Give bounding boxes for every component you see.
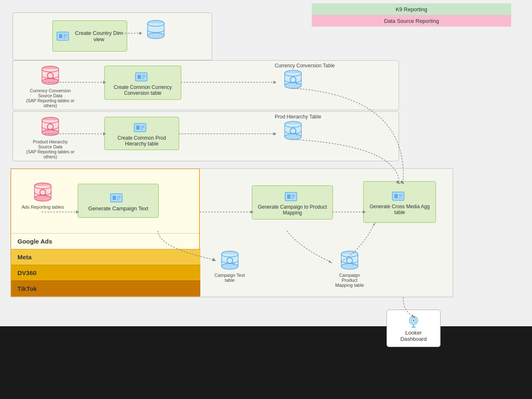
country-dim-db-output <box>146 19 166 41</box>
campaign-product-db: Campaign ProductMapping table <box>331 250 368 288</box>
looker-icon <box>406 315 421 330</box>
google-ads-label: Google Ads <box>11 233 200 249</box>
dv360-label: DV360 <box>11 265 200 281</box>
hologram-icon-1 <box>55 29 70 44</box>
row-country-dim: Create Country Dim view <box>12 12 212 60</box>
currency-output-db <box>283 69 303 91</box>
svg-rect-50 <box>399 194 402 197</box>
svg-rect-1 <box>59 34 62 38</box>
create-prod-hierarchy-box[interactable]: Create Common Prod Hierarchy table <box>104 117 179 150</box>
svg-rect-49 <box>394 194 398 198</box>
svg-rect-47 <box>292 198 293 199</box>
generate-campaign-text-box[interactable]: Generate Campaign Text <box>78 184 159 218</box>
svg-point-32 <box>285 134 301 140</box>
svg-point-18 <box>285 83 301 89</box>
ads-reporting-db: Ads Reporting tables <box>22 182 64 209</box>
svg-rect-29 <box>141 129 143 130</box>
svg-point-64 <box>413 320 415 322</box>
hologram-icon-5 <box>283 189 298 204</box>
svg-rect-27 <box>136 126 140 130</box>
hologram-icon-3 <box>133 120 148 135</box>
tiktok-label: TikTok <box>11 281 200 296</box>
svg-point-54 <box>222 264 238 269</box>
prod-output-icon <box>283 120 303 142</box>
generate-cross-media-box[interactable]: Generate Cross Media Agg table <box>363 181 436 223</box>
currency-output-icon <box>283 69 303 91</box>
hologram-icon-4 <box>109 190 124 205</box>
svg-rect-28 <box>141 126 144 128</box>
svg-rect-15 <box>142 78 144 79</box>
currency-table-label: Currency Conversion Table <box>275 63 335 69</box>
campaign-container: Ads Reporting tables Generate Campaign T… <box>10 168 453 297</box>
svg-rect-43 <box>117 199 119 200</box>
main-canvas: K9 Reporting Data Source Reporting Creat… <box>0 0 532 399</box>
hologram-icon-2 <box>134 69 149 84</box>
prod-source-icon <box>40 116 60 138</box>
platform-stack: Google Ads Meta DV360 TikTok <box>11 233 200 296</box>
svg-rect-45 <box>287 195 291 199</box>
datasource-reporting-banner: Data Source Reporting <box>312 15 511 27</box>
generate-campaign-mapping-box[interactable]: Generate Campaign to Product Mapping <box>252 185 333 219</box>
svg-point-23 <box>42 130 59 135</box>
svg-point-37 <box>34 195 51 201</box>
svg-rect-42 <box>117 196 121 198</box>
google-ads-box: Ads Reporting tables Generate Campaign T… <box>11 169 200 297</box>
svg-point-9 <box>42 79 59 84</box>
db-icon-svg <box>146 19 166 41</box>
svg-rect-14 <box>142 75 145 77</box>
prod-hierarchy-table-label: Prod Hierarchy Table <box>275 114 321 120</box>
looker-dashboard-box[interactable]: Looker Dashboard <box>387 310 441 347</box>
meta-label: Meta <box>11 249 200 265</box>
svg-rect-46 <box>292 195 295 197</box>
svg-rect-2 <box>64 34 67 37</box>
hologram-icon-6 <box>391 189 406 204</box>
prod-output-db <box>283 120 303 142</box>
ads-reporting-icon <box>33 182 53 203</box>
currency-source-icon <box>40 65 60 86</box>
row-currency: Currency Conversion Source Data (SAP Rep… <box>12 60 399 110</box>
prod-source-db: Product Hierarchy Source Data (SAP Repor… <box>25 116 75 159</box>
row-prod-hierarchy: Product Hierarchy Source Data (SAP Repor… <box>12 111 399 161</box>
svg-point-59 <box>341 264 358 269</box>
k9-reporting-banner: K9 Reporting <box>312 3 511 15</box>
create-country-dim-box[interactable]: Create Country Dim view <box>52 20 127 52</box>
currency-source-db: Currency Conversion Source Data (SAP Rep… <box>25 65 75 108</box>
svg-rect-3 <box>64 37 65 38</box>
create-currency-conversion-box[interactable]: Create Common Currency Conversion table <box>104 66 181 100</box>
svg-point-6 <box>148 33 164 39</box>
campaign-text-db: Campaign Texttable <box>214 250 245 283</box>
svg-rect-13 <box>138 75 141 79</box>
campaign-text-icon <box>220 250 240 271</box>
campaign-product-icon <box>340 250 360 271</box>
svg-rect-51 <box>399 197 401 198</box>
svg-rect-41 <box>113 196 116 200</box>
